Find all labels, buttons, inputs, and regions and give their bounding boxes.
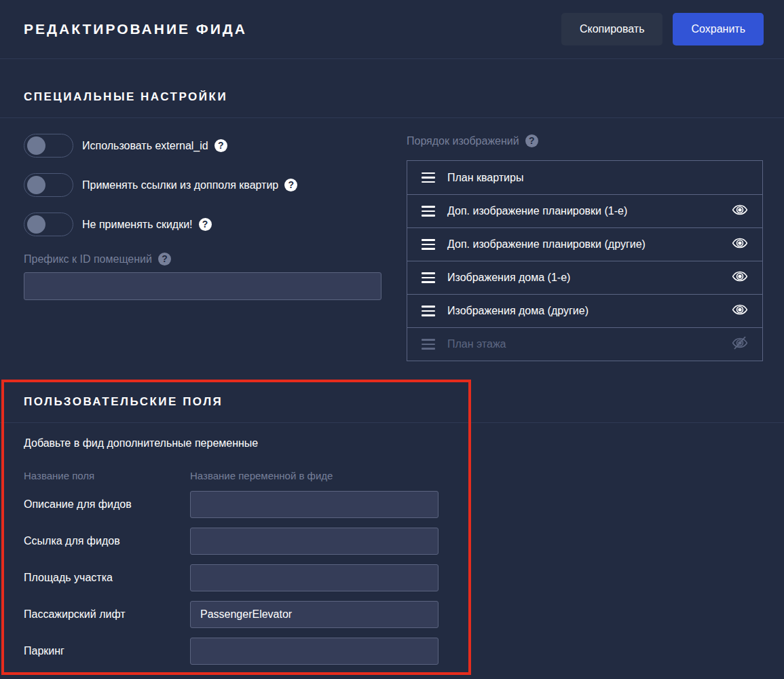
custom-fields-header: ПОЛЬЗОВАТЕЛЬСКИЕ ПОЛЯ [0,361,784,423]
image-order-item-label: Изображения дома (другие) [447,305,732,317]
custom-field-row: Паркинг [24,638,760,665]
image-order-list: План квартиры Доп. изображение планировк… [407,160,763,361]
custom-field-row: Описание для фидов [24,491,760,518]
help-icon[interactable]: ? [214,139,227,152]
custom-field-label: Ссылка для фидов [24,535,190,547]
custom-fields-subtitle: Добавьте в фид дополнительные переменные [24,437,760,449]
feed-edit-page: РЕДАКТИРОВАНИЕ ФИДА Скопировать Сохранит… [0,0,784,679]
image-order-item-label: План квартиры [447,172,748,184]
custom-field-row: Ссылка для фидов [24,528,760,555]
column-variable-name: Название переменной в фиде [190,470,333,481]
eye-visible-icon[interactable] [732,301,748,320]
parking-input[interactable] [190,638,438,665]
external-id-toggle-label: Использовать external_id [82,140,208,152]
image-order-label-row: Порядок изображений ? [407,134,763,147]
image-order-row[interactable]: План квартиры [407,161,762,194]
custom-field-row: Площадь участка [24,564,760,591]
help-icon[interactable]: ? [284,179,297,191]
settings-left-column: Использовать external_id ? Применять ссы… [21,118,381,300]
drag-handle-icon[interactable] [422,306,435,316]
image-order-row[interactable]: Изображения дома (1-е) [407,261,762,294]
discounts-toggle-label: Не применять скидки! [82,219,193,231]
drag-handle-icon[interactable] [422,239,435,250]
drag-handle-icon[interactable] [422,272,435,283]
drag-handle-icon[interactable] [422,172,435,183]
top-bar: РЕДАКТИРОВАНИЕ ФИДА Скопировать Сохранит… [0,0,784,59]
toggle-row-external-id: Использовать external_id ? [24,134,381,158]
eye-hidden-icon[interactable] [732,335,748,354]
page-title: РЕДАКТИРОВАНИЕ ФИДА [20,21,247,37]
image-order-item-label: План этажа [447,338,732,350]
save-button[interactable]: Сохранить [673,13,764,45]
eye-visible-icon[interactable] [732,235,748,254]
special-settings-title: СПЕЦИАЛЬНЫЕ НАСТРОЙКИ [24,90,760,104]
image-order-item-label: Изображения дома (1-е) [447,272,732,284]
custom-field-row: Пассажирский лифт [24,601,760,628]
image-order-row-disabled[interactable]: План этажа [407,327,762,361]
drag-handle-icon[interactable] [422,206,435,217]
link-feed-input[interactable] [190,528,438,555]
special-settings-header: СПЕЦИАЛЬНЫЕ НАСТРОЙКИ [0,59,784,118]
custom-field-label: Площадь участка [24,572,190,584]
eye-visible-icon[interactable] [732,202,748,221]
custom-fields-body: Добавьте в фид дополнительные переменные… [0,437,784,665]
image-order-row[interactable]: Доп. изображение планировки (другие) [407,227,762,261]
passenger-elevator-input[interactable] [190,601,438,628]
prefix-field-label: Префикс к ID помещений [24,253,152,265]
toggle-row-links: Применять ссылки из допполя квартир ? [24,173,381,197]
custom-field-label: Пассажирский лифт [24,608,190,621]
help-icon[interactable]: ? [525,134,538,147]
custom-fields-title: ПОЛЬЗОВАТЕЛЬСКИЕ ПОЛЯ [24,395,760,409]
links-toggle[interactable] [24,173,73,197]
discounts-toggle[interactable] [24,213,73,236]
image-order-row[interactable]: Доп. изображение планировки (1-е) [407,194,762,227]
image-order-item-label: Доп. изображение планировки (другие) [447,238,732,251]
plot-area-input[interactable] [190,564,438,591]
eye-visible-icon[interactable] [732,268,748,287]
drag-handle-icon[interactable] [422,339,435,350]
copy-button[interactable]: Скопировать [561,13,663,45]
image-order-column: Порядок изображений ? План квартиры Доп.… [407,118,763,361]
custom-fields-columns-header: Название поля Название переменной в фиде [24,470,760,481]
toggle-knob [27,215,45,234]
toggle-row-discounts: Не применять скидки! ? [24,213,381,236]
external-id-toggle[interactable] [24,134,73,158]
description-feed-input[interactable] [190,491,438,518]
toggle-knob [27,136,45,155]
special-settings-body: Использовать external_id ? Применять ссы… [0,118,784,361]
image-order-row[interactable]: Изображения дома (другие) [407,294,762,327]
image-order-item-label: Доп. изображение планировки (1-е) [447,205,732,217]
prefix-id-input[interactable] [24,272,381,300]
links-toggle-label: Применять ссылки из допполя квартир [82,179,278,191]
custom-field-label: Описание для фидов [24,498,190,511]
custom-field-label: Паркинг [24,645,190,657]
image-order-label: Порядок изображений [407,135,519,147]
help-icon[interactable]: ? [158,253,171,265]
column-field-name: Название поля [24,470,190,481]
help-icon[interactable]: ? [199,218,212,231]
prefix-field-label-row: Префикс к ID помещений ? [24,253,381,265]
toggle-knob [27,176,45,194]
